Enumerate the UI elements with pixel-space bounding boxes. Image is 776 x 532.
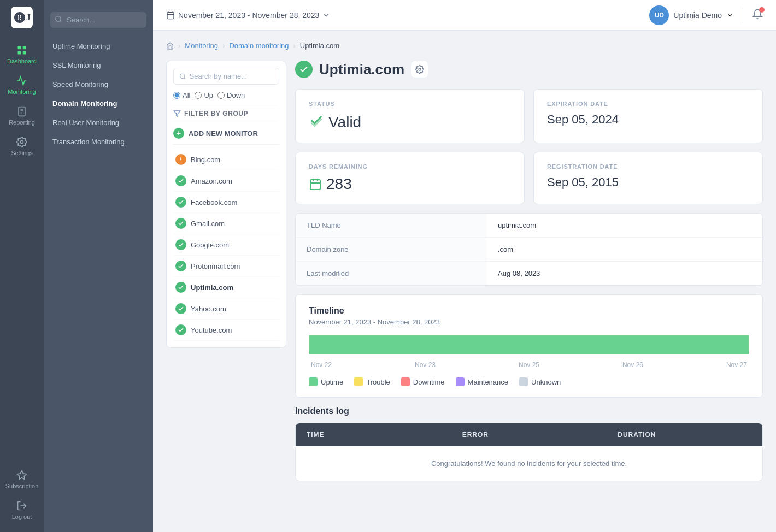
filter-down[interactable]: Down <box>217 91 245 99</box>
filter-row: All Up Down <box>173 91 279 99</box>
svg-point-22 <box>419 68 421 70</box>
monitor-status-icon <box>175 154 186 165</box>
breadcrumb-monitoring[interactable]: Monitoring <box>185 42 218 50</box>
notifications-button[interactable] <box>752 9 763 22</box>
filter-all[interactable]: All <box>173 91 190 99</box>
add-monitor-button[interactable]: + ADD NEW MONITOR <box>173 122 279 145</box>
tld-label: TLD Name <box>296 214 487 237</box>
monitor-status-icon <box>175 303 186 314</box>
filter-up[interactable]: Up <box>195 91 213 99</box>
tld-value: uptimia.com <box>487 214 762 237</box>
expiration-value: Sep 05, 2024 <box>547 113 749 127</box>
monitor-item[interactable]: Bing.com <box>173 149 279 170</box>
domain-settings-button[interactable] <box>411 61 428 78</box>
svg-rect-3 <box>18 51 21 55</box>
sidebar-item-logout[interactable]: Log out <box>0 495 44 525</box>
registration-label: REGISTRATION DATE <box>547 163 749 170</box>
modified-label: Last modified <box>296 262 487 285</box>
sidebar-item-ssl-monitoring[interactable]: SSL Monitoring <box>44 56 153 75</box>
sidebar-item-uptime-monitoring[interactable]: Uptime Monitoring <box>44 37 153 56</box>
monitor-name: Youtube.com <box>191 326 232 334</box>
timeline-title: Timeline <box>309 306 749 316</box>
timeline-subtitle: November 21, 2023 - November 28, 2023 <box>309 318 749 326</box>
legend-dot-maintenance <box>456 377 465 386</box>
monitor-name: Yahoo.com <box>191 305 226 313</box>
legend-trouble: Trouble <box>354 377 390 386</box>
monitor-status-icon <box>175 197 186 208</box>
info-table: TLD Name uptimia.com Domain zone .com La… <box>295 213 763 286</box>
add-icon: + <box>173 128 184 139</box>
status-value: Valid <box>309 113 511 132</box>
monitor-item[interactable]: Yahoo.com <box>173 298 279 320</box>
avatar: UD <box>649 5 669 25</box>
sidebar-item-rum[interactable]: Real User Monitoring <box>44 113 153 132</box>
domain-header: Uptimia.com <box>295 61 763 78</box>
info-row-zone: Domain zone .com <box>296 238 762 262</box>
stat-card-registration: REGISTRATION DATE Sep 05, 2015 <box>533 152 763 204</box>
home-icon[interactable] <box>166 42 174 50</box>
svg-line-12 <box>60 20 62 22</box>
svg-point-11 <box>56 16 61 21</box>
monitor-name: Uptimia.com <box>191 283 233 292</box>
monitor-search-input[interactable] <box>190 72 274 80</box>
monitor-item[interactable]: Google.com <box>173 234 279 256</box>
header-time: TIME <box>296 423 451 446</box>
calendar-icon <box>166 11 175 20</box>
svg-rect-1 <box>18 46 21 50</box>
sidebar-item-transaction-monitoring[interactable]: Transaction Monitoring <box>44 132 153 151</box>
zone-value: .com <box>487 238 762 261</box>
monitor-search-box[interactable] <box>173 68 279 85</box>
monitor-search-icon <box>179 73 186 80</box>
monitor-item[interactable]: Amazon.com <box>173 170 279 192</box>
domain-title: Uptimia.com <box>319 61 404 78</box>
legend-dot-downtime <box>401 377 410 386</box>
sidebar-item-subscription[interactable]: Subscription <box>0 464 44 495</box>
sidebar-item-speed-monitoring[interactable]: Speed Monitoring <box>44 75 153 94</box>
stats-row-2: DAYS REMAINING 283 REGISTRATION DATE Sep… <box>295 152 763 204</box>
legend-downtime: Downtime <box>401 377 445 386</box>
sidebar: JP J Dashboard Monitoring Reporting Sett… <box>0 0 44 532</box>
monitor-status-icon <box>175 239 186 250</box>
svg-point-9 <box>21 141 23 144</box>
stat-card-expiration: EXPIRATION DATE Sep 05, 2024 <box>533 89 763 143</box>
stat-card-status: STATUS Valid <box>295 89 525 143</box>
sub-sidebar: Uptime Monitoring SSL Monitoring Speed M… <box>44 0 153 532</box>
incidents-table: TIME ERROR DURATION Congratulations! We … <box>295 423 763 481</box>
valid-check-icon <box>309 113 324 132</box>
sidebar-item-settings[interactable]: Settings <box>0 131 44 162</box>
content-area: › Monitoring › Domain monitoring › Uptim… <box>153 31 776 532</box>
monitor-list-panel: All Up Down FILTER BY GROUP <box>166 61 286 348</box>
detail-panel: Uptimia.com STATUS Valid <box>295 61 763 481</box>
legend-dot-uptime <box>309 377 318 386</box>
monitor-status-icon <box>175 175 186 186</box>
user-menu[interactable]: UD Uptimia Demo <box>649 5 734 25</box>
monitor-item[interactable]: Youtube.com <box>173 320 279 341</box>
svg-text:JP: JP <box>15 15 22 21</box>
timeline-legend: Uptime Trouble Downtime Maintenance <box>309 377 749 386</box>
filter-by-group[interactable]: FILTER BY GROUP <box>173 105 279 122</box>
monitor-name: Bing.com <box>191 156 220 164</box>
breadcrumb-domain-monitoring[interactable]: Domain monitoring <box>229 42 289 50</box>
calendar-days-icon <box>309 178 322 191</box>
sidebar-item-monitoring[interactable]: Monitoring <box>0 70 44 101</box>
monitor-item[interactable]: Gmail.com <box>173 213 279 234</box>
gear-icon <box>415 65 424 74</box>
registration-value: Sep 05, 2015 <box>547 175 749 190</box>
monitor-item[interactable]: Facebook.com <box>173 192 279 213</box>
monitor-name: Amazon.com <box>191 177 232 185</box>
sub-sidebar-search[interactable] <box>50 12 146 28</box>
date-range-selector[interactable]: November 21, 2023 - November 28, 2023 <box>166 11 330 20</box>
monitor-item[interactable]: Protonmail.com <box>173 256 279 277</box>
monitor-name: Google.com <box>191 241 229 249</box>
logo[interactable]: JP J <box>11 7 33 28</box>
breadcrumb: › Monitoring › Domain monitoring › Uptim… <box>166 42 763 50</box>
sidebar-item-dashboard[interactable]: Dashboard <box>0 39 44 70</box>
incidents-title: Incidents log <box>295 406 763 416</box>
sidebar-item-domain-monitoring[interactable]: Domain Monitoring <box>44 94 153 113</box>
sub-search-input[interactable] <box>50 12 146 28</box>
sidebar-item-reporting[interactable]: Reporting <box>0 101 44 131</box>
info-row-tld: TLD Name uptimia.com <box>296 214 762 238</box>
domain-status-icon <box>295 61 313 78</box>
days-label: DAYS REMAINING <box>309 163 511 170</box>
monitor-item[interactable]: Uptimia.com <box>173 277 279 298</box>
